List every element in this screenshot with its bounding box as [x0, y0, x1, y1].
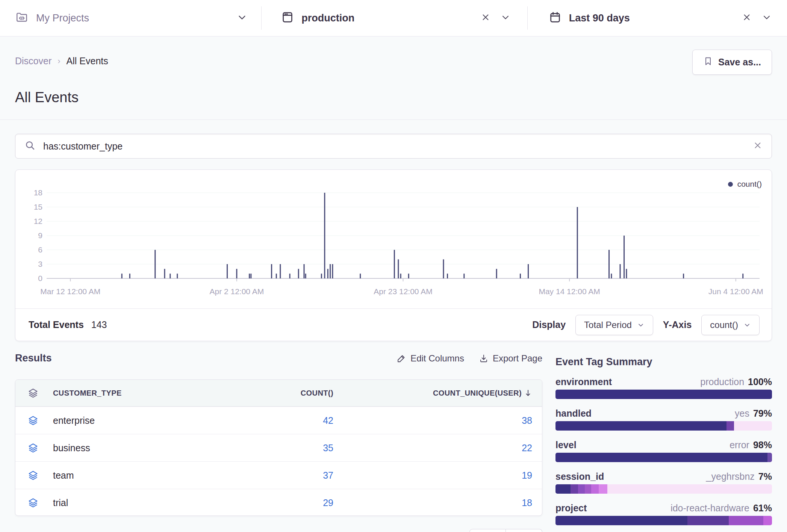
svg-text:15: 15: [34, 203, 42, 211]
bookmark-icon: [703, 56, 713, 69]
count-link[interactable]: 37: [221, 470, 333, 481]
display-label: Display: [532, 319, 566, 330]
count-unique-link[interactable]: 22: [333, 443, 532, 453]
svg-text:Jun 4 12:00 AM: Jun 4 12:00 AM: [708, 287, 763, 296]
tag-bar-segment[interactable]: [591, 484, 599, 494]
chevron-down-icon: [743, 321, 751, 329]
tag-summary-title: Event Tag Summary: [555, 356, 652, 368]
date-range-label: Last 90 days: [569, 12, 630, 24]
project-selector[interactable]: My Projects: [0, 0, 261, 36]
svg-text:3: 3: [38, 260, 42, 268]
svg-text:Apr 2 12:00 AM: Apr 2 12:00 AM: [209, 287, 264, 296]
tag-bar-handled[interactable]: [555, 421, 772, 431]
tag-percent: 98%: [753, 440, 772, 450]
export-page-button[interactable]: Export Page: [479, 353, 542, 364]
count-link[interactable]: 35: [221, 443, 333, 453]
tag-bar-segment[interactable]: [555, 421, 726, 431]
count-unique-link[interactable]: 18: [333, 497, 532, 508]
tag-bar-segment[interactable]: [555, 516, 687, 525]
tag-bar-segment[interactable]: [726, 421, 734, 431]
yaxis-dropdown[interactable]: count(): [701, 315, 760, 335]
tag-bar-segment[interactable]: [555, 453, 767, 462]
breadcrumb-discover-link[interactable]: Discover: [15, 56, 51, 66]
svg-text:9: 9: [38, 231, 42, 240]
chart-footer: Total Events 143 Display Total Period Y-…: [15, 308, 772, 341]
display-dropdown[interactable]: Total Period: [575, 315, 653, 335]
project-chevron-down-icon[interactable]: [236, 12, 248, 24]
svg-text:Apr 23 12:00 AM: Apr 23 12:00 AM: [374, 287, 432, 296]
customer-type-value: team: [53, 470, 221, 481]
environment-clear-icon[interactable]: [481, 12, 490, 24]
svg-text:12: 12: [34, 217, 42, 225]
tag-row-project: project ido-react-hardware61%: [555, 503, 772, 514]
column-header-count-unique[interactable]: COUNT_UNIQUE(USER): [333, 389, 532, 397]
column-header-customer-type[interactable]: CUSTOMER_TYPE: [53, 389, 221, 397]
tag-bar-segment[interactable]: [578, 484, 584, 494]
environment-selector-label: production: [301, 12, 354, 24]
yaxis-label: Y-Axis: [663, 319, 692, 330]
yaxis-dropdown-value: count(): [710, 320, 738, 330]
tag-percent: 79%: [753, 408, 772, 419]
table-row: team 37 19: [15, 461, 542, 489]
discover-page: My Projects production: [0, 0, 787, 532]
tag-row-handled: handled yes79%: [555, 408, 772, 419]
environment-selector[interactable]: production: [262, 0, 527, 36]
breadcrumb: Discover › All Events: [15, 56, 108, 66]
tag-bar-segment[interactable]: [687, 516, 728, 525]
count-link[interactable]: 42: [221, 415, 333, 426]
tag-percent: 61%: [753, 503, 772, 513]
search-icon: [24, 140, 36, 153]
pencil-icon: [397, 354, 406, 363]
breadcrumb-current: All Events: [67, 56, 108, 66]
save-as-label: Save as...: [718, 57, 761, 68]
global-filter-bar: My Projects production: [0, 0, 787, 36]
column-header-count[interactable]: COUNT(): [221, 389, 333, 397]
customer-type-value: business: [53, 443, 221, 453]
tag-bar-level[interactable]: [555, 453, 772, 462]
search-input[interactable]: [43, 141, 745, 152]
tag-bar-segment[interactable]: [729, 516, 763, 525]
next-page-button[interactable]: [506, 529, 542, 532]
calendar-icon: [549, 11, 561, 25]
tag-top-value: ido-react-hardware: [670, 503, 749, 513]
customer-type-value: trial: [53, 497, 221, 508]
project-selector-label: My Projects: [36, 12, 89, 24]
save-as-button[interactable]: Save as...: [692, 50, 772, 75]
tag-bar-segment[interactable]: [555, 390, 772, 399]
tag-bar-segment[interactable]: [767, 453, 772, 462]
tag-bar-session-id[interactable]: [555, 484, 772, 494]
chevron-down-icon: [637, 321, 645, 329]
date-range-clear-icon[interactable]: [742, 12, 752, 24]
environment-chevron-down-icon[interactable]: [500, 12, 511, 24]
date-range-chevron-down-icon[interactable]: [761, 12, 772, 24]
stack-icon: [15, 415, 53, 426]
edit-columns-button[interactable]: Edit Columns: [397, 353, 464, 364]
tag-row-level: level error98%: [555, 440, 772, 450]
stack-icon: [15, 388, 53, 398]
tag-bar-segment[interactable]: [571, 484, 578, 494]
date-range-selector[interactable]: Last 90 days: [528, 0, 787, 36]
tag-top-value: yes: [735, 408, 749, 419]
count-link[interactable]: 29: [221, 497, 333, 508]
table-header-row: CUSTOMER_TYPE COUNT() COUNT_UNIQUE(USER): [15, 380, 542, 407]
count-unique-link[interactable]: 38: [333, 415, 532, 426]
tag-percent: 100%: [748, 376, 772, 387]
total-events: Total Events 143: [29, 319, 107, 330]
svg-text:0: 0: [38, 274, 42, 283]
table-row: business 35 22: [15, 434, 542, 461]
tag-bar-segment[interactable]: [763, 516, 772, 525]
tag-bar-project[interactable]: [555, 516, 772, 525]
tag-bar-segment[interactable]: [555, 484, 571, 494]
tag-bar-segment[interactable]: [599, 484, 607, 494]
count-unique-link[interactable]: 19: [333, 470, 532, 481]
search-bar: [15, 134, 772, 159]
tag-bar-environment[interactable]: [555, 390, 772, 399]
header-divider: [0, 119, 787, 120]
previous-page-button[interactable]: [469, 529, 506, 532]
customer-type-value: enterprise: [53, 415, 221, 426]
total-events-label: Total Events: [29, 319, 84, 330]
tag-bar-segment[interactable]: [585, 484, 591, 494]
search-clear-icon[interactable]: [753, 141, 763, 152]
events-chart-card: count() 0369121518Mar 12 12:00 AMApr 2 1…: [15, 169, 772, 341]
download-icon: [479, 354, 488, 363]
